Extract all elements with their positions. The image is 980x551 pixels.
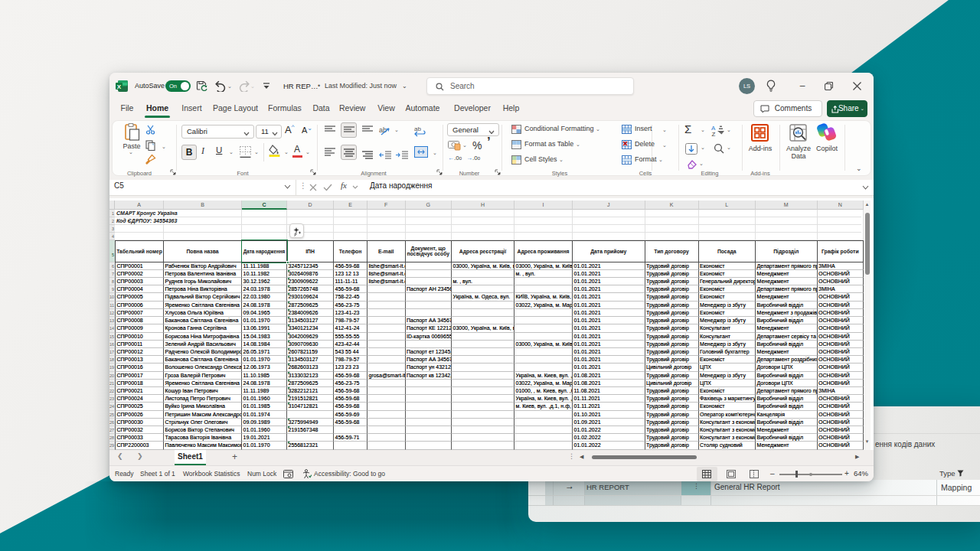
svg-text:X: X — [117, 83, 122, 90]
svg-text:ab: ab — [414, 126, 421, 132]
svg-text:ab: ab — [379, 126, 387, 134]
svg-text:Z: Z — [712, 131, 716, 137]
